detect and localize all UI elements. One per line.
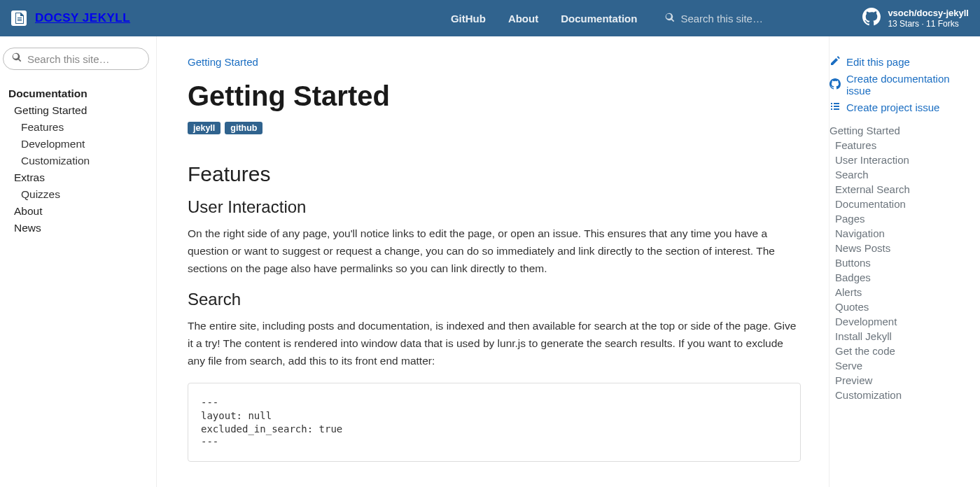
toc-buttons[interactable]: Buttons: [830, 255, 967, 270]
nav-link-documentation[interactable]: Documentation: [561, 13, 637, 24]
search-icon: [12, 52, 22, 65]
toc-install-jekyll[interactable]: Install Jekyll: [830, 329, 967, 344]
tag-github[interactable]: github: [225, 122, 262, 134]
breadcrumb-link[interactable]: Getting Started: [188, 56, 258, 68]
github-meta: 13 Stars · 11 Forks: [888, 19, 969, 29]
toc-features[interactable]: Features: [830, 138, 967, 153]
sidebar-item-development[interactable]: Development: [8, 136, 149, 153]
github-text: vsoch/docsy-jekyll 13 Stars · 11 Forks: [888, 8, 969, 29]
document-icon: [11, 10, 27, 26]
main-content: Getting Started Getting Started jekyllgi…: [157, 36, 829, 487]
toc-alerts[interactable]: Alerts: [830, 285, 967, 299]
toc-get-the-code[interactable]: Get the code: [830, 344, 967, 358]
github-repo: vsoch/docsy-jekyll: [888, 8, 969, 19]
heading-features: Features: [188, 162, 801, 186]
sidebar-item-extras[interactable]: Extras: [8, 169, 149, 186]
page-action-label: Create project issue: [846, 101, 939, 113]
sidebar-search-input[interactable]: [27, 53, 140, 65]
nav-link-github[interactable]: GitHub: [451, 13, 486, 24]
toc-pages[interactable]: Pages: [830, 211, 967, 226]
sidebar-item-documentation[interactable]: Documentation: [8, 85, 149, 102]
sidebar-item-quizzes[interactable]: Quizzes: [8, 186, 149, 203]
github-icon: [862, 8, 881, 29]
sidebar-item-about[interactable]: About: [8, 203, 149, 220]
sidebar-right: Edit this pageCreate documentation issue…: [829, 36, 977, 487]
sidebar-item-features[interactable]: Features: [8, 119, 149, 136]
brand-text: DOCSY JEKYLL: [35, 11, 130, 25]
sidebar-item-customization[interactable]: Customization: [8, 153, 149, 169]
tag-jekyll[interactable]: jekyll: [188, 122, 220, 134]
sidebar-item-getting-started[interactable]: Getting Started: [8, 102, 149, 119]
toc-quotes[interactable]: Quotes: [830, 299, 967, 314]
page-action-label: Create documentation issue: [846, 73, 967, 97]
list-icon: [830, 101, 841, 114]
brand-link[interactable]: DOCSY JEKYLL: [11, 10, 130, 26]
header-search[interactable]: [665, 13, 834, 24]
toc-search[interactable]: Search: [830, 167, 967, 182]
header-search-input[interactable]: [680, 13, 834, 24]
toc-development[interactable]: Development: [830, 314, 967, 329]
nav-links: GitHub About Documentation: [451, 13, 638, 24]
page-action-label: Edit this page: [846, 56, 910, 68]
toc: Getting StartedFeaturesUser InteractionS…: [830, 123, 967, 402]
toc-external-search[interactable]: External Search: [830, 182, 967, 197]
page-actions: Edit this pageCreate documentation issue…: [830, 53, 967, 116]
toc-documentation[interactable]: Documentation: [830, 197, 967, 211]
toc-news-posts[interactable]: News Posts: [830, 241, 967, 255]
page-action-create-project-issue[interactable]: Create project issue: [830, 99, 967, 116]
page-title: Getting Started: [188, 80, 801, 112]
paragraph-user-interaction: On the right side of any page, you'll no…: [188, 225, 801, 277]
heading-search: Search: [188, 290, 801, 309]
github-icon: [830, 78, 841, 92]
tags: jekyllgithub: [188, 122, 801, 134]
paragraph-search: The entire site, including posts and doc…: [188, 318, 801, 369]
sidebar-nav: DocumentationGetting StartedFeaturesDeve…: [4, 85, 149, 237]
search-icon: [665, 13, 675, 24]
toc-user-interaction[interactable]: User Interaction: [830, 153, 967, 167]
toc-customization[interactable]: Customization: [830, 388, 967, 402]
page-action-edit-this-page[interactable]: Edit this page: [830, 53, 967, 71]
toc-badges[interactable]: Badges: [830, 270, 967, 285]
nav-link-about[interactable]: About: [508, 13, 538, 24]
code-block: --- layout: null excluded_in_search: tru…: [188, 383, 801, 463]
page-action-create-documentation-issue[interactable]: Create documentation issue: [830, 71, 967, 99]
toc-serve[interactable]: Serve: [830, 358, 967, 373]
top-navbar: DOCSY JEKYLL GitHub About Documentation …: [0, 0, 980, 36]
edit-icon: [830, 55, 841, 69]
github-block[interactable]: vsoch/docsy-jekyll 13 Stars · 11 Forks: [862, 8, 969, 29]
toc-preview[interactable]: Preview: [830, 373, 967, 388]
sidebar-item-news[interactable]: News: [8, 220, 149, 237]
heading-user-interaction: User Interaction: [188, 197, 801, 217]
sidebar-left: DocumentationGetting StartedFeaturesDeve…: [0, 36, 157, 487]
breadcrumb: Getting Started: [188, 56, 801, 68]
toc-getting-started[interactable]: Getting Started: [830, 123, 967, 138]
sidebar-search[interactable]: [3, 48, 149, 70]
toc-navigation[interactable]: Navigation: [830, 226, 967, 241]
